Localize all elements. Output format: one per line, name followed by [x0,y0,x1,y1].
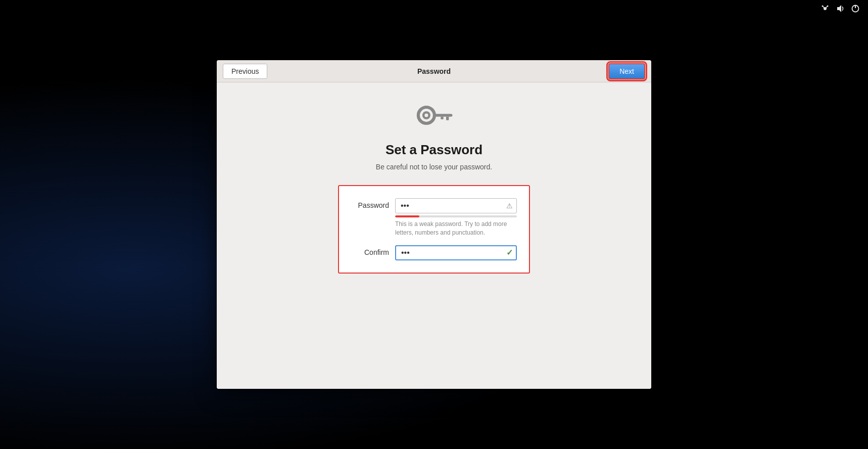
strength-hint: This is a weak password. Try to add more… [395,220,517,237]
confirm-input-wrapper: ✓ [395,245,517,260]
password-input-wrapper: ⚠ [395,198,517,213]
system-tray [821,4,860,15]
password-field-container: ⚠ This is a weak password. Try to add mo… [395,198,517,237]
svg-rect-11 [433,114,452,116]
form-box: Password ⚠ This is a weak password. Try … [338,185,530,274]
svg-point-10 [424,113,428,117]
confirm-row: Confirm ✓ [351,245,517,260]
strength-bar-fill [395,215,419,217]
window-title: Password [417,67,451,75]
strength-bar-container [395,215,517,217]
key-icon-container [414,103,454,130]
volume-icon [836,4,845,15]
installer-window: Previous Password Next Set a Password Be… [217,60,651,389]
check-icon: ✓ [506,248,513,257]
confirm-label: Confirm [351,245,389,256]
svg-rect-13 [441,117,443,119]
window-header: Previous Password Next [217,60,651,82]
confirm-field-container: ✓ [395,245,517,260]
svg-marker-5 [837,5,841,12]
network-icon [821,4,830,15]
window-content: Set a Password Be careful not to lose yo… [217,82,651,389]
page-title: Set a Password [385,142,483,158]
warning-icon: ⚠ [506,202,513,210]
power-icon [851,4,860,15]
password-input[interactable] [395,198,517,213]
svg-rect-12 [446,117,449,120]
password-label: Password [351,198,389,209]
next-button[interactable]: Next [608,63,645,79]
page-subtitle: Be careful not to lose your password. [376,163,492,171]
confirm-input[interactable] [395,245,517,260]
password-row: Password ⚠ This is a weak password. Try … [351,198,517,237]
key-icon [414,103,454,128]
previous-button[interactable]: Previous [223,64,267,79]
